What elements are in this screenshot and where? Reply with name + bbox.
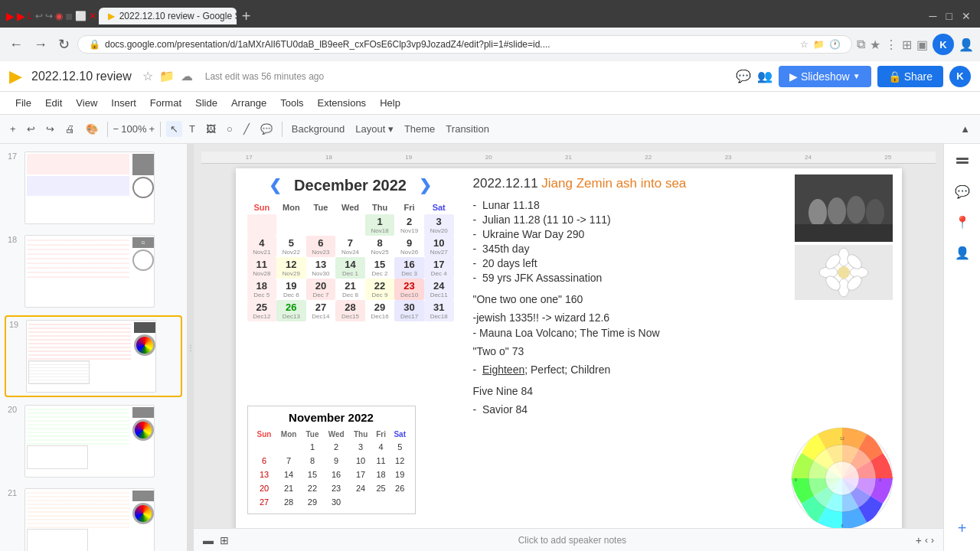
redo-btn[interactable]: ↪ <box>42 121 58 137</box>
favicon-b[interactable]: ◼ <box>65 11 73 21</box>
folder-icon[interactable]: 📁 <box>813 39 825 50</box>
zoom-minus[interactable]: − <box>113 123 119 135</box>
slide-canvas: ❮ December 2022 ❯ Sun Mon Tue Wed Thu Fr… <box>236 168 902 543</box>
grid-view-btn[interactable]: ⊞ <box>220 534 229 546</box>
add-btn[interactable]: + <box>6 121 20 137</box>
text-tool[interactable]: T <box>185 121 199 137</box>
nov-cell: 2 <box>323 440 349 454</box>
slide-thumb-21[interactable]: 21 <box>5 485 182 551</box>
slide-thumb-19[interactable]: 19 <box>5 315 182 397</box>
prev-slide-btn[interactable]: ‹ <box>925 534 928 546</box>
menu-insert[interactable]: Insert <box>105 95 142 111</box>
cursor-tool[interactable]: ↖ <box>166 121 182 137</box>
person-panel-btn[interactable]: 👤 <box>952 242 973 263</box>
menu-arrange[interactable]: Arrange <box>225 95 273 111</box>
slide-thumb-17[interactable]: 17 <box>5 148 182 227</box>
cal-prev-btn[interactable]: ❮ <box>269 176 282 194</box>
star-icon[interactable]: ☆ <box>800 39 808 50</box>
app-profile-btn[interactable]: K <box>949 66 971 87</box>
history-icon[interactable]: 🕐 <box>829 39 841 50</box>
nov-th: Sun <box>253 429 276 440</box>
comments-panel-btn[interactable]: 💬 <box>952 181 973 202</box>
folder-drive-icon[interactable]: 📁 <box>159 69 175 83</box>
forward-btn[interactable]: → <box>31 34 51 56</box>
add-panel-btn[interactable]: + <box>952 517 973 539</box>
sidebar-toggle[interactable]: ▣ <box>916 37 928 52</box>
extensions-icon[interactable]: ⧉ <box>857 37 865 51</box>
nov-cell: 6 <box>253 454 276 468</box>
background-btn[interactable]: Background <box>288 121 348 137</box>
favicon-r[interactable]: L <box>28 11 33 21</box>
profile-btn[interactable]: K <box>933 34 954 55</box>
menu-tools[interactable]: Tools <box>274 95 309 111</box>
comments-icon[interactable]: 💬 <box>736 69 751 83</box>
slide-thumb-20[interactable]: 20 <box>5 402 182 481</box>
share-btn[interactable]: 🔒 Share <box>877 66 943 87</box>
image-tool[interactable]: 🖼 <box>202 121 220 137</box>
line-tool[interactable]: ╱ <box>240 121 253 137</box>
favicon-c[interactable]: ⬜ <box>75 11 87 21</box>
paint-format-btn[interactable]: 🎨 <box>82 121 102 137</box>
more-icon[interactable]: ⋮ <box>885 37 897 52</box>
menu-slide[interactable]: Slide <box>189 95 224 111</box>
favicon-mix[interactable]: ◉ <box>55 11 63 21</box>
minimize-btn[interactable]: ─ <box>926 7 940 25</box>
cal-next-btn[interactable]: ❯ <box>419 176 432 194</box>
star-fav-icon[interactable]: ☆ <box>142 69 153 83</box>
format-toolbar: + ↩ ↪ 🖨 🎨 − 100% + ↖ T 🖼 ○ ╱ 💬 Backgroun… <box>0 115 980 144</box>
print-btn[interactable]: 🖨 <box>61 121 79 137</box>
menu-file[interactable]: File <box>9 95 38 111</box>
active-tab[interactable]: ▶ 2022.12.10 review - Google Slide... ✕ <box>99 8 237 24</box>
slide-thumb-18[interactable]: 18 G <box>5 232 182 311</box>
bookmark-icon[interactable]: ★ <box>870 37 880 52</box>
panel-resize-handle[interactable]: ⋮ <box>188 144 194 551</box>
slideshow-dropdown[interactable]: ▼ <box>853 72 861 80</box>
menu-extensions[interactable]: Extensions <box>312 95 373 111</box>
menu-edit[interactable]: Edit <box>39 95 68 111</box>
reload-btn[interactable]: ↻ <box>55 33 73 56</box>
cal-th-mon: Mon <box>276 201 306 214</box>
tab-label: 2022.12.10 review - Google Slide... <box>119 11 237 21</box>
bullet-savior: - Savior 84 <box>473 403 841 416</box>
favicon-yt[interactable]: ▶ <box>6 10 15 22</box>
cal-cell-dec3: 3Nov20 <box>424 214 454 236</box>
transition-btn[interactable]: Transition <box>442 121 493 137</box>
zoom-plus[interactable]: + <box>149 123 155 135</box>
back-btn[interactable]: ← <box>6 34 26 56</box>
location-panel-btn[interactable]: 📍 <box>952 211 973 233</box>
address-bar[interactable]: 🔒 docs.google.com/presentation/d/1aMXrAl… <box>77 35 852 54</box>
shape-tool[interactable]: ○ <box>223 121 237 137</box>
menu-help[interactable]: Help <box>374 95 407 111</box>
collab-icon[interactable]: 👥 <box>757 69 773 83</box>
favicon-redo[interactable]: ↪ <box>45 11 53 21</box>
zoom-control[interactable]: − 100% + <box>113 123 155 135</box>
favicon-yt2[interactable]: ▶ <box>17 10 25 22</box>
layers-panel-btn[interactable] <box>952 150 973 171</box>
menu-format[interactable]: Format <box>144 95 188 111</box>
restore-btn[interactable]: □ <box>943 7 956 25</box>
nov-th: Wed <box>323 429 349 440</box>
favicon-undo[interactable]: ↩ <box>35 11 43 21</box>
account-icon[interactable]: 👤 <box>959 37 974 52</box>
add-slide-btn[interactable]: + <box>916 534 922 546</box>
sep1 <box>107 122 108 137</box>
single-view-btn[interactable]: ▬ <box>203 534 214 546</box>
grid-icon[interactable]: ⊞ <box>902 37 912 52</box>
new-tab-btn[interactable]: + <box>242 8 251 25</box>
undo-btn[interactable]: ↩ <box>23 121 39 137</box>
menu-view[interactable]: View <box>70 95 103 111</box>
cal-cell: 5Nov22 <box>276 236 306 257</box>
slideshow-btn[interactable]: ▶ Slideshow ▼ <box>779 66 871 87</box>
cal-row-5: 25Dec12 26Dec13 27Dec14 28Dec15 29Dec16 … <box>247 300 454 321</box>
layout-btn[interactable]: Layout ▾ <box>351 121 397 137</box>
right-panel: 💬 📍 👤 + <box>943 144 980 551</box>
cloud-save-icon[interactable]: ☁ <box>181 69 193 83</box>
close-btn[interactable]: ✕ <box>959 7 974 25</box>
bullet-eighteen: - Eighteen; Perfect; Children <box>473 364 841 376</box>
collapse-panel-btn[interactable]: ▲ <box>956 121 974 137</box>
comment-tool[interactable]: 💬 <box>256 121 276 137</box>
theme-btn[interactable]: Theme <box>400 121 439 137</box>
next-slide-btn[interactable]: › <box>931 534 934 546</box>
cal-cell: 30Dec17 <box>394 300 424 321</box>
favicon-x[interactable]: ✕ <box>89 11 96 21</box>
